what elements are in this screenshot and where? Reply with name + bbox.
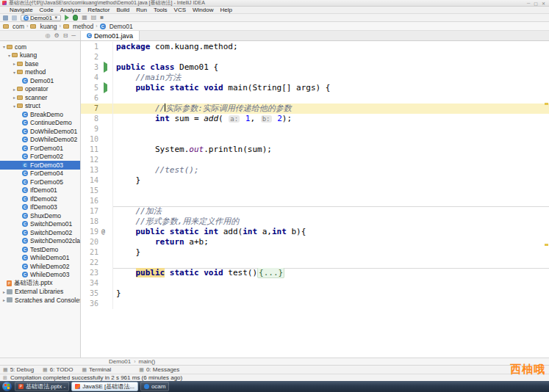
- menu-code[interactable]: Code: [40, 7, 54, 13]
- taskbar-item-ppt[interactable]: P基础语法.pptx -: [15, 382, 69, 391]
- start-button[interactable]: [2, 382, 12, 391]
- code-line[interactable]: public class Demo01 {: [113, 62, 549, 73]
- project-tree-panel[interactable]: ▾com▾kuang▸base▾methodCDemo01▸operator▸s…: [0, 41, 81, 357]
- code-line[interactable]: int sum = add( a: 1, b: 2);: [113, 114, 549, 124]
- menu-navigate[interactable]: Navigate: [10, 7, 33, 13]
- code-editor[interactable]: 1package com.kuang.method;23public class…: [81, 41, 549, 357]
- code-line[interactable]: [113, 196, 549, 206]
- navbar-item-demo01[interactable]: CDemo01: [100, 23, 133, 30]
- toolwindow-toggle-icon[interactable]: ⊞: [3, 375, 7, 381]
- tree-item-com[interactable]: ▾com: [0, 43, 80, 51]
- tree-item-shuxdemo[interactable]: CShuxDemo: [0, 211, 80, 220]
- tree-item-kuang[interactable]: ▾kuang: [0, 51, 80, 60]
- save-icon[interactable]: [12, 15, 17, 21]
- tree-item-fordemo02[interactable]: CForDemo02: [0, 153, 80, 161]
- tree-item-switchdemo02[interactable]: CSwitchDemo02: [0, 228, 80, 237]
- code-line[interactable]: [113, 93, 549, 104]
- tree-item-fordemo01[interactable]: CForDemo01: [0, 144, 80, 153]
- toolwindow-todo[interactable]: ▦6: TODO: [43, 366, 73, 373]
- tree-item-struct[interactable]: ▾struct: [0, 102, 80, 111]
- tree-item-dowhiledemo01[interactable]: CDoWhileDemo01: [0, 127, 80, 136]
- tree-item-demo01[interactable]: CDemo01: [0, 76, 80, 85]
- tree-item-fordemo04[interactable]: CForDemo04: [0, 170, 80, 178]
- tree-item-method[interactable]: ▾method: [0, 68, 80, 77]
- debug-button[interactable]: [73, 15, 78, 21]
- code-line[interactable]: package com.kuang.method;: [113, 42, 549, 52]
- expand-arrow-icon[interactable]: ▾: [12, 104, 17, 109]
- tree-item-switchdemo01[interactable]: CSwitchDemo01: [0, 220, 80, 229]
- menu-analyze[interactable]: Analyze: [60, 7, 81, 13]
- code-line[interactable]: [113, 134, 549, 145]
- toolwindow-debug[interactable]: ▦5: Debug: [3, 366, 34, 373]
- expand-arrow-icon[interactable]: ▸: [1, 297, 7, 302]
- collapse-all-icon[interactable]: ⊟: [63, 32, 68, 39]
- tree-item-breakdemo[interactable]: CBreakDemo: [0, 110, 80, 119]
- tree-item-whiledemo02[interactable]: CWhileDemo02: [0, 262, 80, 271]
- minimize-icon[interactable]: ─: [527, 1, 530, 6]
- tree-item-scratches and consoles[interactable]: ▸Scratches and Consoles: [0, 296, 80, 305]
- code-line[interactable]: [113, 258, 549, 268]
- tree-item-continuedemo[interactable]: CContinueDemo: [0, 119, 80, 128]
- run-button[interactable]: [65, 15, 69, 21]
- code-line[interactable]: //main方法: [113, 73, 549, 83]
- editor-tab-demo01[interactable]: C Demo01.java: [81, 31, 140, 40]
- code-line[interactable]: [113, 299, 549, 309]
- code-line[interactable]: //加法: [113, 206, 549, 217]
- code-line[interactable]: }: [113, 247, 549, 258]
- code-line[interactable]: [113, 52, 549, 62]
- code-line[interactable]: [113, 186, 549, 196]
- tree-item-testdemo[interactable]: CTestDemo: [0, 245, 80, 254]
- navbar-item-method[interactable]: method: [63, 23, 93, 30]
- code-line[interactable]: //形式参数,用来定义作用的: [113, 217, 549, 227]
- open-icon[interactable]: [3, 15, 8, 21]
- gear-icon[interactable]: ⚙: [54, 32, 59, 39]
- menu-refactor[interactable]: Refactor: [87, 7, 110, 13]
- run-gutter-icon[interactable]: [104, 62, 107, 73]
- code-line[interactable]: public static void test(){...}: [113, 268, 549, 278]
- tree-item-scanner[interactable]: ▸scanner: [0, 93, 80, 102]
- navbar-item-kuang[interactable]: kuang: [30, 23, 57, 30]
- error-stripe-mark[interactable]: [545, 244, 548, 246]
- maximize-icon[interactable]: ▢: [534, 1, 538, 6]
- menu-help[interactable]: Help: [220, 7, 232, 13]
- menu-run[interactable]: Run: [136, 7, 147, 13]
- tree-item-dowhiledemo02[interactable]: CDoWhileDemo02: [0, 136, 80, 145]
- code-line[interactable]: }: [113, 288, 549, 299]
- close-icon[interactable]: ✕: [542, 1, 545, 6]
- toolwindow-messages[interactable]: ▦0: Messages: [139, 366, 179, 373]
- expand-arrow-icon[interactable]: ▸: [12, 87, 17, 92]
- menu-build[interactable]: Build: [116, 7, 129, 13]
- tree-item-external libraries[interactable]: ▸External Libraries: [0, 288, 80, 297]
- expand-arrow-icon[interactable]: ▸: [12, 61, 17, 66]
- tree-item-ifdemo01[interactable]: CIfDemo01: [0, 186, 80, 195]
- tree-item-operator[interactable]: ▸operator: [0, 85, 80, 94]
- code-line[interactable]: System.out.println(sum);: [113, 145, 549, 155]
- code-line[interactable]: [113, 278, 549, 288]
- tree-item-ifdemo02[interactable]: CIfDemo02: [0, 195, 80, 203]
- tree-item-switchdemo02class[interactable]: CSwitchDemo02class: [0, 237, 80, 246]
- code-line[interactable]: return a+b;: [113, 237, 549, 247]
- run-configuration-select[interactable]: C Demo01 ▼: [21, 15, 61, 21]
- code-line[interactable]: public static int add(int a,int b){: [113, 227, 549, 237]
- breadcrumb-item-main[interactable]: main(): [139, 358, 156, 365]
- code-line[interactable]: //test();: [113, 165, 549, 175]
- menu-window[interactable]: Window: [193, 7, 213, 13]
- breadcrumb-item-demo01[interactable]: Demo01: [109, 358, 131, 365]
- code-line[interactable]: [113, 124, 549, 134]
- code-line[interactable]: public static void main(String[] args) {: [113, 83, 549, 93]
- run-gutter-icon[interactable]: [104, 82, 107, 93]
- taskbar-item-idea[interactable]: JavaSE [基础语法...: [71, 382, 138, 391]
- error-stripe-mark[interactable]: [545, 103, 548, 105]
- expand-arrow-icon[interactable]: ▸: [1, 289, 7, 294]
- code-line[interactable]: }: [113, 175, 549, 186]
- menu-tools[interactable]: Tools: [154, 7, 168, 13]
- taskbar-item-ocam[interactable]: ocam: [140, 382, 170, 391]
- menu-vcs[interactable]: VCS: [174, 7, 186, 13]
- tree-item-基础语法.pptx[interactable]: P基础语法.pptx: [0, 279, 80, 288]
- profiler-icon[interactable]: ▤: [91, 14, 97, 21]
- code-line[interactable]: [113, 155, 549, 165]
- tree-item-whiledemo01[interactable]: CWhileDemo01: [0, 254, 80, 263]
- locate-file-icon[interactable]: ◎: [45, 32, 50, 39]
- tree-item-fordemo03[interactable]: CForDemo03: [0, 161, 80, 170]
- expand-arrow-icon[interactable]: ▾: [12, 70, 17, 75]
